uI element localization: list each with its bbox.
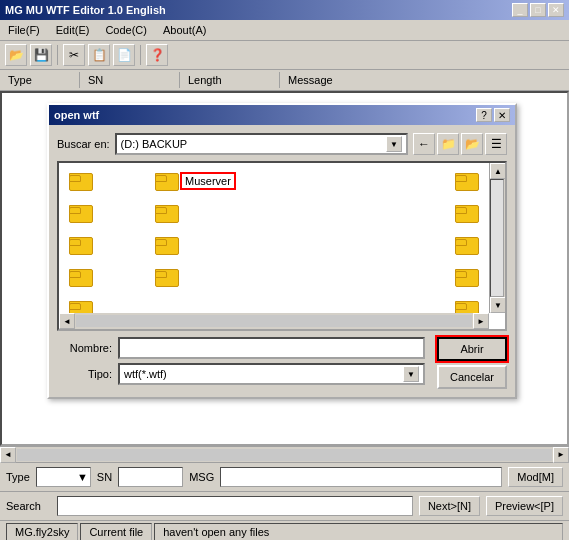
col-length[interactable]: Length xyxy=(180,72,280,88)
hscroll-bar[interactable]: ◄ ► xyxy=(59,313,489,329)
tipo-dropdown-arrow[interactable]: ▼ xyxy=(403,366,419,382)
folder-icon-m2 xyxy=(155,203,179,223)
nombre-input[interactable] xyxy=(118,337,425,359)
cut-button[interactable]: ✂ xyxy=(63,44,85,66)
table-header: Type SN Length Message xyxy=(0,70,569,91)
dialog-body: Buscar en: (D:) BACKUP ▼ ← 📁 📂 ☰ xyxy=(49,125,515,397)
tipo-label: Tipo: xyxy=(57,368,112,380)
dialog-close-button[interactable]: ✕ xyxy=(494,108,510,122)
main-content-area: open wtf ? ✕ Buscar en: (D:) BACKUP ▼ ← … xyxy=(0,91,569,446)
nombre-row: Nombre: xyxy=(57,337,425,359)
buscar-select[interactable]: (D:) BACKUP ▼ xyxy=(115,133,408,155)
sn-input[interactable] xyxy=(118,467,183,487)
col-sn[interactable]: SN xyxy=(80,72,180,88)
maximize-button[interactable]: □ xyxy=(530,3,546,17)
menu-edit[interactable]: Edit(E) xyxy=(52,22,94,38)
menu-code[interactable]: Code(C) xyxy=(101,22,151,38)
folder-item-3[interactable] xyxy=(63,231,99,259)
folder-item-m3[interactable] xyxy=(149,231,242,259)
vscroll-down-button[interactable]: ▼ xyxy=(490,297,506,313)
hscroll-left-button[interactable]: ◄ xyxy=(59,313,75,329)
type-label: Type xyxy=(6,471,30,483)
help-button[interactable]: ❓ xyxy=(146,44,168,66)
col-type[interactable]: Type xyxy=(0,72,80,88)
folder-icon-r3 xyxy=(455,235,479,255)
folder-icon-4 xyxy=(69,267,93,287)
hscroll-track[interactable] xyxy=(76,315,472,327)
nav-view-button[interactable]: ☰ xyxy=(485,133,507,155)
nav-up-button[interactable]: 📁 xyxy=(437,133,459,155)
type-arrow: ▼ xyxy=(77,471,88,483)
folder-item-m4[interactable] xyxy=(149,263,242,291)
sn-label: SN xyxy=(97,471,112,483)
menu-file[interactable]: File(F) xyxy=(4,22,44,38)
tipo-value: wtf(*.wtf) xyxy=(124,368,167,380)
muserver-label: Muserver xyxy=(180,172,236,190)
msg-input[interactable] xyxy=(220,467,502,487)
close-button[interactable]: ✕ xyxy=(548,3,564,17)
main-hscroll-left[interactable]: ◄ xyxy=(0,447,16,463)
folder-item-r1[interactable] xyxy=(449,167,485,195)
status-item-3: haven't open any files xyxy=(154,523,563,541)
save-button[interactable]: 💾 xyxy=(30,44,52,66)
dialog-action-buttons: Abrir Cancelar xyxy=(437,337,507,389)
folder-item-1[interactable] xyxy=(63,167,99,195)
dialog-help-button[interactable]: ? xyxy=(476,108,492,122)
minimize-button[interactable]: _ xyxy=(512,3,528,17)
folder-item-r2[interactable] xyxy=(449,199,485,227)
file-browser[interactable]: Muserver ▲ ▼ xyxy=(57,161,507,331)
folder-muserver[interactable]: Muserver xyxy=(149,167,242,195)
menu-about[interactable]: About(A) xyxy=(159,22,210,38)
msg-label: MSG xyxy=(189,471,214,483)
search-row: Search Next>[N] Preview<[P] xyxy=(0,491,569,520)
mod-button[interactable]: Mod[M] xyxy=(508,467,563,487)
open-button[interactable]: 📂 xyxy=(5,44,27,66)
type-select[interactable]: ▼ xyxy=(36,467,91,487)
buscar-value: (D:) BACKUP xyxy=(121,138,188,150)
dialog-title-controls: ? ✕ xyxy=(476,108,510,122)
status-item-1: MG.fly2sky xyxy=(6,523,78,541)
main-hscroll[interactable]: ◄ ► xyxy=(0,446,569,462)
folder-icon-r1 xyxy=(455,171,479,191)
vscroll-up-button[interactable]: ▲ xyxy=(490,163,506,179)
toolbar-separator xyxy=(57,45,58,65)
status-item-2: Current file xyxy=(80,523,152,541)
vertical-scrollbar[interactable]: ▲ ▼ xyxy=(489,163,505,313)
window-title: MG MU WTF Editor 1.0 English xyxy=(5,4,166,16)
folder-item-2[interactable] xyxy=(63,199,99,227)
dialog-title-text: open wtf xyxy=(54,109,99,121)
folder-icon-1 xyxy=(69,171,93,191)
folder-icon-3 xyxy=(69,235,93,255)
abrir-button[interactable]: Abrir xyxy=(437,337,507,361)
main-hscroll-right[interactable]: ► xyxy=(553,447,569,463)
vscroll-track[interactable] xyxy=(490,179,504,297)
nav-new-folder-button[interactable]: 📂 xyxy=(461,133,483,155)
hscroll-right-button[interactable]: ► xyxy=(473,313,489,329)
title-controls: _ □ ✕ xyxy=(512,3,564,17)
folder-item-r4[interactable] xyxy=(449,263,485,291)
col-message[interactable]: Message xyxy=(280,72,569,88)
main-hscroll-track[interactable] xyxy=(17,449,552,461)
nav-back-button[interactable]: ← xyxy=(413,133,435,155)
dialog-title-bar: open wtf ? ✕ xyxy=(49,105,515,125)
folder-item-4[interactable] xyxy=(63,263,99,291)
search-label: Search xyxy=(6,500,51,512)
status-bar: MG.fly2sky Current file haven't open any… xyxy=(0,520,569,540)
tipo-select[interactable]: wtf(*.wtf) ▼ xyxy=(118,363,425,385)
folder-item-m2[interactable] xyxy=(149,199,242,227)
folder-icon-muserver xyxy=(155,171,179,191)
search-input[interactable] xyxy=(57,496,413,516)
folder-item-r3[interactable] xyxy=(449,231,485,259)
cancelar-button[interactable]: Cancelar xyxy=(437,365,507,389)
buscar-dropdown-arrow[interactable]: ▼ xyxy=(386,136,402,152)
preview-button[interactable]: Preview<[P] xyxy=(486,496,563,516)
toolbar: 📂 💾 ✂ 📋 📄 ❓ xyxy=(0,41,569,70)
next-button[interactable]: Next>[N] xyxy=(419,496,480,516)
buscar-en-row: Buscar en: (D:) BACKUP ▼ ← 📁 📂 ☰ xyxy=(57,133,507,155)
copy-button[interactable]: 📋 xyxy=(88,44,110,66)
nav-buttons: ← 📁 📂 ☰ xyxy=(413,133,507,155)
paste-button[interactable]: 📄 xyxy=(113,44,135,66)
form-section: Nombre: Tipo: wtf(*.wtf) ▼ Abrir xyxy=(57,337,507,389)
folder-icon-m4 xyxy=(155,267,179,287)
bottom-toolbar: Type ▼ SN MSG Mod[M] xyxy=(0,462,569,491)
